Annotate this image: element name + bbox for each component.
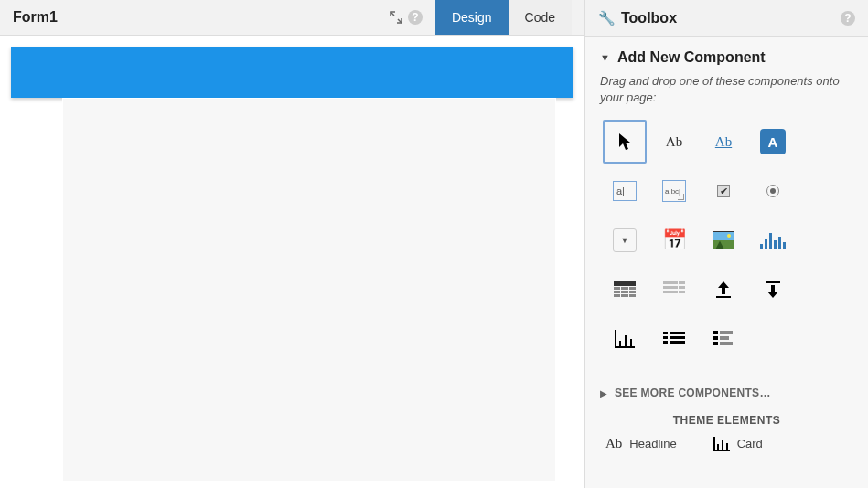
tool-textbox[interactable]: a| <box>600 166 649 216</box>
card-icon <box>713 437 730 451</box>
linear-icon <box>663 332 685 346</box>
xy-icon <box>615 330 635 348</box>
radio-icon <box>766 185 779 197</box>
tool-label[interactable]: Ab <box>649 117 699 166</box>
expand-icon[interactable] <box>390 11 402 24</box>
headline-icon: Ab <box>605 436 622 451</box>
tool-textarea[interactable]: a bc| <box>649 166 699 216</box>
chevron-right-icon: ▶ <box>600 388 607 398</box>
textbox-icon: a| <box>613 181 637 201</box>
tool-link[interactable]: Ab <box>699 117 748 166</box>
tool-button[interactable]: A <box>748 117 798 166</box>
design-canvas[interactable] <box>0 36 584 488</box>
tool-radio[interactable] <box>748 166 798 216</box>
link-icon: Ab <box>715 134 732 150</box>
tool-upload[interactable] <box>699 265 748 314</box>
form-title: Form1 <box>13 9 58 26</box>
tool-linear-panel[interactable] <box>649 314 699 364</box>
view-tabs: Design Code <box>435 0 572 35</box>
download-icon <box>763 280 783 300</box>
theme-elements: THEME ELEMENTS Ab Headline Card <box>600 414 853 451</box>
tool-xy-panel[interactable] <box>600 314 649 364</box>
tool-flow-panel[interactable] <box>699 314 748 364</box>
wrench-icon: 🔧 <box>598 10 616 27</box>
tool-download[interactable] <box>748 265 798 314</box>
dropdown-icon: ▼ <box>613 228 637 252</box>
form-body[interactable] <box>62 98 556 482</box>
section-desc: Drag and drop one of these components on… <box>600 73 853 106</box>
tab-code[interactable]: Code <box>509 0 572 35</box>
help-icon[interactable]: ? <box>408 10 423 25</box>
see-more-components[interactable]: ▶ SEE MORE COMPONENTS… <box>600 377 853 399</box>
tool-cursor[interactable] <box>600 117 649 166</box>
toolbox-title: 🔧 Toolbox <box>598 10 677 27</box>
label-icon: Ab <box>666 134 682 150</box>
chart-icon <box>760 231 786 249</box>
tool-image[interactable] <box>699 216 748 265</box>
checkbox-icon: ✔ <box>717 185 730 197</box>
tool-dropdown[interactable]: ▼ <box>600 216 649 265</box>
left-panel: Form1 ? Design Code <box>0 0 584 488</box>
chevron-down-icon: ▼ <box>600 52 610 63</box>
flow-icon <box>713 331 734 347</box>
button-icon: A <box>760 129 786 154</box>
tool-checkbox[interactable]: ✔ <box>699 166 748 216</box>
theme-title: THEME ELEMENTS <box>600 414 853 427</box>
component-grid: Ab Ab A a| a bc| ✔ ▼ 📅 <box>600 117 853 364</box>
tool-datagrid[interactable] <box>600 265 649 314</box>
help-icon[interactable]: ? <box>841 11 855 26</box>
theme-card[interactable]: Card <box>713 437 763 451</box>
toolbox-header: 🔧 Toolbox ? <box>585 0 868 37</box>
upload-icon <box>713 280 734 300</box>
tab-design[interactable]: Design <box>435 0 509 35</box>
tool-datepicker[interactable]: 📅 <box>649 216 699 265</box>
section-add-new[interactable]: ▼ Add New Component <box>600 49 853 66</box>
theme-headline[interactable]: Ab Headline <box>605 436 677 451</box>
form-header-bar[interactable] <box>11 47 573 98</box>
left-header: Form1 ? Design Code <box>0 0 584 36</box>
cursor-icon <box>617 133 632 151</box>
toolbox-panel: 🔧 Toolbox ? ▼ Add New Component Drag and… <box>584 0 868 488</box>
datagrid-icon <box>614 281 636 298</box>
calendar-icon: 📅 <box>662 228 687 252</box>
repeating-icon <box>663 281 685 298</box>
textarea-icon: a bc| <box>662 180 686 202</box>
image-icon <box>713 231 734 249</box>
tool-repeating-panel[interactable] <box>649 265 699 314</box>
toolbox-body: ▼ Add New Component Drag and drop one of… <box>585 37 868 488</box>
tool-chart[interactable] <box>748 216 798 265</box>
